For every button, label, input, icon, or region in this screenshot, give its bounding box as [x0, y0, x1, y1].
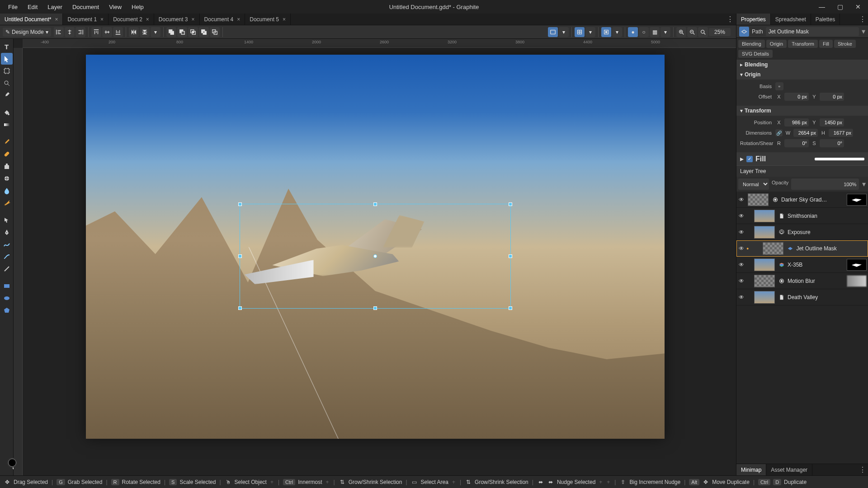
- design-mode-select[interactable]: ✎ Design Mode ▾: [3, 28, 51, 37]
- visibility-icon[interactable]: 👁: [736, 213, 746, 219]
- primary-color-swatch[interactable]: [8, 459, 16, 467]
- clone-tool[interactable]: [1, 160, 13, 172]
- bool-difference-button[interactable]: [199, 27, 209, 37]
- navigate-tool[interactable]: [1, 77, 13, 89]
- document-tab[interactable]: Document 2×: [108, 14, 154, 25]
- chevron-down-icon[interactable]: ▾: [861, 178, 867, 190]
- zoom-reset-button[interactable]: [698, 27, 708, 37]
- gradient-tool[interactable]: [1, 119, 13, 131]
- spline-tool[interactable]: [1, 251, 13, 263]
- close-icon[interactable]: ×: [146, 16, 149, 23]
- origin-handle[interactable]: [373, 254, 377, 258]
- align-center-v-button[interactable]: [102, 27, 112, 37]
- menu-document[interactable]: Document: [68, 2, 104, 12]
- tab-minimap[interactable]: Minimap: [736, 464, 766, 475]
- viewmode-outline-button[interactable]: ○: [639, 27, 649, 37]
- layer-row[interactable]: 👁 Smithsonian: [736, 208, 868, 224]
- canvas-viewport[interactable]: [23, 48, 736, 475]
- close-button[interactable]: ✕: [852, 2, 864, 11]
- section-transform[interactable]: ▾Transform: [736, 106, 868, 116]
- menu-layer[interactable]: Layer: [43, 2, 67, 12]
- layer-row[interactable]: 👁 Motion Blur: [736, 273, 868, 289]
- close-icon[interactable]: ×: [55, 16, 58, 23]
- resize-handle-w[interactable]: [238, 254, 242, 258]
- text-tool[interactable]: T: [1, 41, 13, 52]
- visibility-icon[interactable]: 👁: [736, 278, 746, 284]
- layer-row[interactable]: 👁 Death Valley: [736, 289, 868, 305]
- menu-edit[interactable]: Edit: [23, 2, 42, 12]
- minimize-button[interactable]: —: [816, 2, 828, 11]
- freehand-tool[interactable]: [1, 239, 13, 250]
- artboard-tool[interactable]: [1, 65, 13, 77]
- bool-divide-button[interactable]: [210, 27, 220, 37]
- viewmode-normal-button[interactable]: ●: [628, 27, 638, 37]
- eyedropper-tool[interactable]: [1, 89, 13, 101]
- layer-row[interactable]: 👁 Exposure: [736, 224, 868, 240]
- blur-tool[interactable]: [1, 185, 13, 197]
- pen-tool[interactable]: [1, 226, 13, 238]
- close-icon[interactable]: ×: [100, 16, 104, 23]
- grid-menu[interactable]: ▾: [612, 27, 622, 37]
- menu-help[interactable]: Help: [127, 2, 148, 12]
- polygon-tool[interactable]: [1, 305, 13, 316]
- overlays-menu[interactable]: ▾: [559, 27, 569, 37]
- document-tab[interactable]: Untitled Document*×: [0, 14, 63, 25]
- align-left-button[interactable]: [54, 27, 64, 37]
- chip-transform[interactable]: Transform: [788, 40, 818, 48]
- layer-mask-thumb[interactable]: [847, 194, 867, 206]
- flip-v-button[interactable]: [140, 27, 150, 37]
- tab-palettes[interactable]: Palettes: [811, 14, 840, 25]
- offset-x-input[interactable]: [784, 93, 809, 101]
- opacity-input[interactable]: [791, 178, 859, 190]
- layer-row[interactable]: 👁 ● Jet Outline Mask: [736, 240, 868, 257]
- resize-handle-s[interactable]: [373, 306, 377, 310]
- path-tool[interactable]: [1, 214, 13, 226]
- resize-handle-n[interactable]: [373, 202, 377, 206]
- flip-menu-button[interactable]: ▾: [151, 27, 160, 37]
- align-bottom-button[interactable]: [113, 27, 123, 37]
- position-y-input[interactable]: [820, 118, 844, 127]
- bool-union-button[interactable]: [166, 27, 176, 37]
- select-tool[interactable]: [1, 53, 13, 65]
- layer-row[interactable]: 👁 X-35B: [736, 257, 868, 273]
- visibility-icon[interactable]: 👁: [736, 262, 746, 268]
- offset-y-input[interactable]: [820, 93, 844, 101]
- tab-properties[interactable]: Properties: [736, 14, 771, 25]
- rectangle-tool[interactable]: [1, 280, 13, 292]
- tab-spreadsheet[interactable]: Spreadsheet: [771, 14, 811, 25]
- chip-stroke[interactable]: Stroke: [834, 40, 856, 48]
- zoom-input[interactable]: [709, 28, 731, 36]
- brush-tool[interactable]: [1, 136, 13, 148]
- canvas-area[interactable]: -400 200 800 1400 2000 2600 3200 3800 44…: [14, 39, 736, 475]
- patch-tool[interactable]: [1, 173, 13, 184]
- chip-blending[interactable]: Blending: [738, 40, 765, 48]
- visibility-icon[interactable]: 👁: [736, 245, 746, 252]
- chevron-down-icon[interactable]: ▾: [862, 27, 865, 36]
- relight-tool[interactable]: [1, 197, 13, 209]
- resize-handle-ne[interactable]: [509, 202, 512, 206]
- shear-input[interactable]: [820, 139, 844, 147]
- height-input[interactable]: [829, 129, 853, 137]
- tabstrip-menu-icon[interactable]: ⋮: [724, 14, 736, 25]
- section-blending[interactable]: ▸Blending: [736, 60, 868, 70]
- document-tab[interactable]: Document 3×: [154, 14, 200, 25]
- zoom-out-button[interactable]: [687, 27, 697, 37]
- menu-file[interactable]: File: [4, 2, 22, 12]
- close-icon[interactable]: ×: [283, 16, 286, 23]
- grid-button[interactable]: [601, 27, 611, 37]
- resize-handle-nw[interactable]: [238, 202, 242, 206]
- align-top-button[interactable]: [91, 27, 101, 37]
- snap-menu[interactable]: ▾: [585, 27, 595, 37]
- viewmode-pixel-button[interactable]: ▦: [650, 27, 660, 37]
- basis-picker[interactable]: ▫: [775, 82, 783, 90]
- rotation-input[interactable]: [784, 139, 809, 147]
- fill-checkbox[interactable]: ✓: [746, 156, 753, 162]
- chip-fill[interactable]: Fill: [819, 40, 833, 48]
- align-center-h-button[interactable]: [65, 27, 75, 37]
- resize-handle-sw[interactable]: [238, 306, 242, 310]
- document-tab[interactable]: Document 5×: [245, 14, 291, 25]
- section-fill[interactable]: ▸ ✓ Fill: [736, 152, 868, 165]
- chip-svg-details[interactable]: SVG Details: [738, 50, 773, 58]
- snap-button[interactable]: [575, 27, 585, 37]
- width-input[interactable]: [793, 129, 818, 137]
